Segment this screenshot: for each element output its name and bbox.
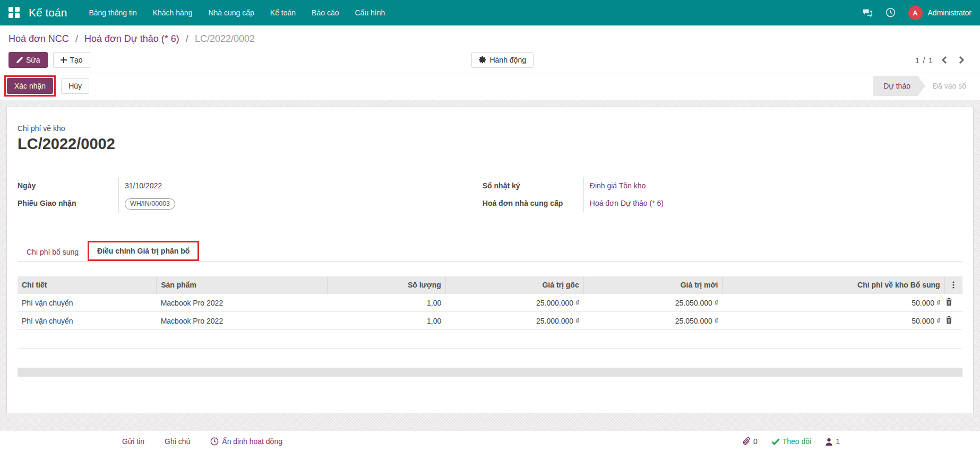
optional-columns-icon[interactable] — [944, 276, 962, 294]
col-header-new-value: Giá trị mới — [583, 276, 723, 294]
pager-previous-icon[interactable] — [939, 54, 950, 66]
menu-settings[interactable]: Cấu hình — [347, 0, 393, 25]
pager: 1 / 1 — [915, 54, 967, 66]
menu-vendors[interactable]: Nhà cung cấp — [200, 0, 262, 25]
edit-button[interactable]: Sửa — [8, 52, 48, 68]
cell-additional-cost: 50.000 ₫ — [723, 294, 944, 312]
menu-reports[interactable]: Báo cáo — [304, 0, 347, 25]
cancel-button[interactable]: Hủy — [61, 78, 89, 94]
plus-icon — [61, 57, 67, 63]
cell-additional-cost: 50.000 ₫ — [723, 312, 944, 330]
table-row[interactable]: Phí vận chuyển Macbook Pro 2022 1,00 25.… — [18, 294, 962, 312]
cell-product: Macbook Pro 2022 — [157, 294, 328, 312]
pager-counter[interactable]: 1 / 1 — [915, 56, 933, 65]
follow-button[interactable]: Theo dõi — [771, 437, 811, 446]
cell-new-value: 25.050.000 ₫ — [583, 294, 723, 312]
tab-additional-costs[interactable]: Chi phí bổ sung — [18, 243, 88, 261]
action-menu-button[interactable]: Hành động — [471, 52, 534, 68]
field-vendor-bill: Hoá đơn nhà cung cấp Hoá đơn Dự thảo (* … — [483, 195, 962, 212]
statusbar: Dự thảo Đã vào sổ — [873, 76, 975, 96]
delete-row-icon[interactable] — [945, 298, 952, 306]
col-header-additional-cost: Chi phí về kho Bổ sung — [723, 276, 944, 294]
breadcrumb: Hoá đơn NCC / Hoá đơn Dự thảo (* 6) / LC… — [0, 25, 980, 47]
confirm-button[interactable]: Xác nhận — [7, 78, 53, 94]
col-header-original-value: Giá trị gốc — [445, 276, 583, 294]
confirm-annotation-highlight: Xác nhận — [4, 75, 56, 97]
check-icon — [771, 438, 780, 445]
field-groups: Ngày 31/10/2022 Phiếu Giao nhận WH/IN/00… — [18, 177, 962, 213]
app-title[interactable]: Kế toán — [29, 6, 67, 19]
cell-quantity: 1,00 — [328, 294, 446, 312]
left-field-group: Ngày 31/10/2022 Phiếu Giao nhận WH/IN/00… — [18, 177, 479, 213]
cell-product: Macbook Pro 2022 — [157, 312, 328, 330]
right-field-group: Sổ nhật ký Định giá Tồn kho Hoá đơn nhà … — [483, 177, 962, 213]
cell-original-value: 25.000.000 ₫ — [445, 312, 583, 330]
schedule-activity-button[interactable]: Ấn định hoạt động — [210, 437, 282, 446]
menu-accounting[interactable]: Kế toán — [262, 0, 304, 25]
field-date: Ngày 31/10/2022 — [18, 177, 479, 195]
cell-quantity: 1,00 — [328, 312, 446, 330]
delete-row-icon[interactable] — [945, 316, 952, 324]
journal-link[interactable]: Định giá Tồn kho — [590, 181, 646, 190]
cell-original-value: 25.000.000 ₫ — [445, 294, 583, 312]
vendor-bill-link[interactable]: Hoá đơn Dự thảo (* 6) — [590, 199, 664, 207]
chatter-bar: Gửi tin Ghi chú Ấn định hoạt động 0 Theo… — [0, 431, 980, 452]
field-journal: Sổ nhật ký Định giá Tồn kho — [483, 177, 962, 195]
breadcrumb-vendor-bills[interactable]: Hoá đơn NCC — [8, 33, 69, 44]
status-row: Xác nhận Hủy Dự thảo Đã vào sổ — [0, 73, 980, 100]
field-label-date: Ngày — [18, 177, 118, 195]
control-panel-buttons: Sửa Tạo Hành động 1 / 1 — [0, 47, 980, 73]
user-name[interactable]: Administrator — [928, 8, 972, 17]
activities-clock-icon[interactable] — [885, 7, 897, 19]
cell-detail: Phí vận chuyển — [18, 294, 157, 312]
top-navbar: Kế toán Bảng thông tin Khách hàng Nhà cu… — [0, 0, 980, 25]
breadcrumb-separator: / — [182, 33, 192, 44]
col-header-product: Sản phẩm — [157, 276, 328, 294]
paperclip-icon — [743, 437, 751, 446]
form-sheet: Chi phí về kho LC/2022/0002 Ngày 31/10/2… — [6, 107, 974, 413]
tab-valuation-adjustments[interactable]: Điều chỉnh Giá trị phân bổ — [88, 241, 199, 261]
field-label-transfer: Phiếu Giao nhận — [18, 195, 118, 213]
menu-customers[interactable]: Khách hàng — [145, 0, 201, 25]
field-label-journal: Sổ nhật ký — [483, 177, 583, 195]
state-draft[interactable]: Dự thảo — [873, 76, 925, 96]
create-button[interactable]: Tạo — [53, 52, 90, 68]
followers-button[interactable]: 1 — [825, 437, 840, 446]
gear-icon — [479, 56, 486, 64]
apps-menu-icon[interactable] — [8, 7, 20, 19]
field-transfer: Phiếu Giao nhận WH/IN/00003 — [18, 195, 479, 213]
table-header-row: Chi tiết Sản phẩm Số lượng Giá trị gốc G… — [18, 276, 962, 294]
record-title: LC/2022/0002 — [18, 135, 962, 153]
table-row[interactable]: Phí vận chuyển Macbook Pro 2022 1,00 25.… — [18, 312, 962, 330]
horizontal-scrollbar[interactable] — [18, 368, 962, 377]
form-view-background: Chi phí về kho LC/2022/0002 Ngày 31/10/2… — [0, 100, 980, 431]
col-header-quantity: Số lượng — [328, 276, 446, 294]
follower-count: 1 — [836, 437, 840, 446]
breadcrumb-current: LC/2022/0002 — [195, 33, 255, 44]
field-value-date: 31/10/2022 — [118, 177, 479, 195]
cell-new-value: 25.050.000 ₫ — [583, 312, 723, 330]
attachments-button[interactable]: 0 — [743, 437, 758, 446]
sheet-subtitle: Chi phí về kho — [18, 124, 962, 133]
pager-next-icon[interactable] — [956, 54, 967, 66]
person-icon — [825, 438, 833, 446]
cell-detail: Phí vận chuyển — [18, 312, 157, 330]
user-avatar[interactable]: A — [908, 6, 923, 20]
attachment-count: 0 — [753, 437, 758, 446]
menu-dashboard[interactable]: Bảng thông tin — [81, 0, 144, 25]
breadcrumb-separator: / — [72, 33, 82, 44]
pencil-icon — [16, 57, 23, 64]
clock-icon — [210, 437, 219, 446]
transfer-badge[interactable]: WH/IN/00003 — [125, 198, 175, 210]
field-label-vendor-bill: Hoá đơn nhà cung cấp — [483, 195, 583, 212]
empty-row — [18, 330, 962, 349]
col-header-detail: Chi tiết — [18, 276, 157, 294]
main-menu: Bảng thông tin Khách hàng Nhà cung cấp K… — [81, 0, 393, 25]
send-message-button[interactable]: Gửi tin — [122, 437, 144, 446]
valuation-adjustments-table: Chi tiết Sản phẩm Số lượng Giá trị gốc G… — [18, 276, 962, 349]
log-note-button[interactable]: Ghi chú — [165, 437, 190, 446]
breadcrumb-draft-bills[interactable]: Hoá đơn Dự thảo (* 6) — [84, 33, 179, 44]
messages-icon[interactable] — [862, 7, 873, 19]
notebook-tabs: Chi phí bổ sung Điều chỉnh Giá trị phân … — [18, 241, 962, 262]
state-posted[interactable]: Đã vào sổ — [925, 76, 975, 96]
